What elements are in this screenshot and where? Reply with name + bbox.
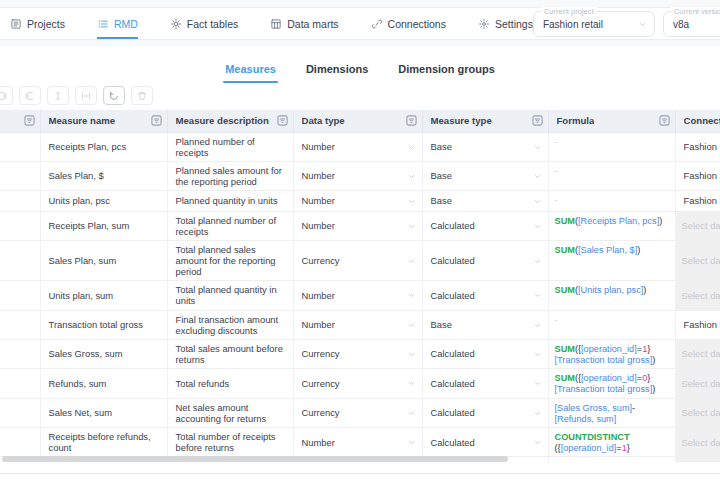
data-type-dropdown[interactable]: Number xyxy=(293,281,422,310)
data-type-dropdown[interactable]: Currency xyxy=(293,369,422,398)
measure-name-cell[interactable]: Receipts Plan, pcs xyxy=(40,132,167,161)
current-project-select[interactable]: Current project Fashion retail xyxy=(533,11,655,37)
fit-width-button[interactable] xyxy=(75,86,97,105)
measure-type-dropdown[interactable]: Calculated xyxy=(422,339,548,368)
formula-cell[interactable]: SUM([Units plan, psc]) xyxy=(548,281,675,310)
measure-type-dropdown[interactable]: Calculated xyxy=(422,211,548,240)
data-type-dropdown-value: Currency xyxy=(302,378,340,389)
measure-description-cell[interactable]: Total sales amount before returns xyxy=(167,339,293,368)
filter-icon[interactable] xyxy=(532,115,543,126)
tab-dimension-groups[interactable]: Dimension groups xyxy=(398,63,495,83)
formula-cell[interactable]: SUM({[operation_id]=0}[Transaction total… xyxy=(548,369,675,398)
nav-item-label: Projects xyxy=(27,18,65,30)
row-handle-cell xyxy=(0,310,40,339)
data-type-dropdown[interactable]: Number xyxy=(293,190,422,211)
measure-name-cell[interactable]: Transaction total gross xyxy=(40,310,167,339)
measure-name-cell[interactable]: Refunds, sum xyxy=(40,369,167,398)
connected-source-cell[interactable]: Fashion retail xyxy=(675,310,720,339)
formula-cell[interactable]: SUM({[operation_id]=1}[Transaction total… xyxy=(548,339,675,368)
measure-description-cell[interactable]: Planned number of receipts xyxy=(167,132,293,161)
connected-source-select[interactable]: Select data xyxy=(675,398,720,427)
data-type-dropdown[interactable]: Currency xyxy=(293,241,422,281)
measure-name-cell[interactable]: Receipts Plan, sum xyxy=(40,211,167,240)
formula-token-op: } xyxy=(627,443,630,453)
column-header-measure-name: Measure name xyxy=(40,110,167,132)
formula-cell[interactable]: - xyxy=(548,132,675,161)
measure-description-cell[interactable]: Total planned sales amount for the repor… xyxy=(167,241,293,281)
data-type-dropdown[interactable]: Number xyxy=(293,211,422,240)
formula-cell[interactable]: - xyxy=(548,190,675,211)
tab-dimensions[interactable]: Dimensions xyxy=(306,63,368,83)
measure-type-dropdown[interactable]: Calculated xyxy=(422,398,548,427)
filter-icon[interactable] xyxy=(406,115,417,126)
data-type-dropdown[interactable]: Number xyxy=(293,310,422,339)
measure-name-cell[interactable]: Units plan, sum xyxy=(40,281,167,310)
measure-name-cell[interactable]: Receipts before refunds, count xyxy=(40,428,167,457)
measure-description-cell[interactable]: Final transaction amount excluding disco… xyxy=(167,310,293,339)
horizontal-scrollbar-thumb[interactable] xyxy=(2,456,508,462)
data-type-dropdown[interactable]: Number xyxy=(293,161,422,190)
measure-description-cell[interactable]: Total planned number of receipts xyxy=(167,211,293,240)
refresh-button[interactable] xyxy=(103,86,125,105)
data-type-dropdown[interactable]: Number xyxy=(293,428,422,457)
current-version-select[interactable]: Current version v8a xyxy=(663,11,720,37)
formula-token-ref: [Units plan, psc] xyxy=(578,285,643,295)
connected-source-select[interactable]: Select data xyxy=(675,428,720,457)
connected-source-cell[interactable]: Fashion retail xyxy=(675,161,720,190)
chevron-down-icon xyxy=(407,172,416,181)
text-cursor-button[interactable] xyxy=(47,86,69,105)
current-project-value: Fashion retail xyxy=(543,19,603,30)
measure-name-cell[interactable]: Sales Plan, sum xyxy=(40,241,167,281)
measure-type-dropdown[interactable]: Base xyxy=(422,161,548,190)
measure-name-cell[interactable]: Sales Net, sum xyxy=(40,398,167,427)
formula-cell[interactable]: - xyxy=(548,161,675,190)
nav-item-settings[interactable]: Settings xyxy=(478,8,533,39)
formula-cell[interactable]: SUM([Sales Plan, $]) xyxy=(548,241,675,281)
data-type-dropdown[interactable]: Currency xyxy=(293,339,422,368)
measure-type-dropdown[interactable]: Calculated xyxy=(422,281,548,310)
measure-type-dropdown[interactable]: Calculated xyxy=(422,241,548,281)
filter-icon[interactable] xyxy=(277,115,288,126)
insert-left-button[interactable] xyxy=(0,86,13,105)
connected-source-select[interactable]: Select data xyxy=(675,369,720,398)
measure-description-cell[interactable]: Net sales amount accounting for returns xyxy=(167,398,293,427)
measure-description-cell[interactable]: Planned sales amount for the reporting p… xyxy=(167,161,293,190)
table-row: Receipts Plan, sumTotal planned number o… xyxy=(0,211,720,240)
nav-item-fact-tables[interactable]: Fact tables xyxy=(170,8,238,39)
formula-cell[interactable]: SUM([Receipts Plan, pcs]) xyxy=(548,211,675,240)
connected-source-select[interactable]: Select data xyxy=(675,211,720,240)
connected-source-cell[interactable]: Fashion retail xyxy=(675,132,720,161)
measure-description-cell[interactable]: Total number of receipts before returns xyxy=(167,428,293,457)
measure-name-cell[interactable]: Units plan, psc xyxy=(40,190,167,211)
measure-type-dropdown[interactable]: Base xyxy=(422,132,548,161)
delete-button[interactable] xyxy=(131,86,153,105)
tab-measures[interactable]: Measures xyxy=(225,63,276,83)
measure-description-cell[interactable]: Total planned quantity in units xyxy=(167,281,293,310)
filter-icon[interactable] xyxy=(659,115,670,126)
connected-source-select[interactable]: Select data xyxy=(675,339,720,368)
filter-icon[interactable] xyxy=(24,115,35,126)
measure-type-dropdown[interactable]: Base xyxy=(422,190,548,211)
connected-source-cell[interactable]: Fashion retail xyxy=(675,190,720,211)
measure-name-cell[interactable]: Sales Plan, $ xyxy=(40,161,167,190)
measure-type-dropdown[interactable]: Calculated xyxy=(422,428,548,457)
data-type-dropdown[interactable]: Number xyxy=(293,132,422,161)
connected-source-select[interactable]: Select data xyxy=(675,281,720,310)
formula-cell[interactable]: - xyxy=(548,310,675,339)
nav-item-data-marts[interactable]: Data marts xyxy=(270,8,338,39)
measure-type-dropdown[interactable]: Base xyxy=(422,310,548,339)
horizontal-scrollbar[interactable] xyxy=(2,456,718,462)
measure-description-cell[interactable]: Total refunds xyxy=(167,369,293,398)
measure-description-cell[interactable]: Planned quantity in units xyxy=(167,190,293,211)
formula-cell[interactable]: [Sales Gross, sum]-[Refunds, sum] xyxy=(548,398,675,427)
nav-item-projects[interactable]: Projects xyxy=(10,8,65,39)
nav-item-connections[interactable]: Connections xyxy=(371,8,446,39)
data-type-dropdown[interactable]: Currency xyxy=(293,398,422,427)
formula-cell[interactable]: COUNTDISTINCT({[operation_id]=1} xyxy=(548,428,675,457)
measure-name-cell[interactable]: Sales Gross, sum xyxy=(40,339,167,368)
nav-item-rmd[interactable]: RMD xyxy=(97,8,138,39)
filter-icon[interactable] xyxy=(151,115,162,126)
insert-right-button[interactable] xyxy=(19,86,41,105)
measure-type-dropdown[interactable]: Calculated xyxy=(422,369,548,398)
connected-source-select[interactable]: Select data xyxy=(675,241,720,281)
